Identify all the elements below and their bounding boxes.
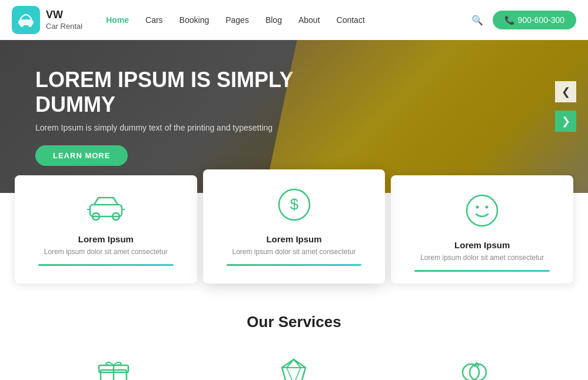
- service-item-1: Services Title 1 Lorem ipsum dolor sit a…: [35, 355, 192, 380]
- nav-links: Home Cars Booking Pages Blog About Conta…: [106, 15, 471, 25]
- card-1-divider: [38, 264, 174, 266]
- svg-point-1: [20, 24, 24, 27]
- dollar-icon: $: [227, 187, 362, 227]
- nav-link-booking[interactable]: Booking: [180, 15, 210, 25]
- search-button[interactable]: 🔍: [471, 15, 483, 26]
- smile-icon: [414, 193, 550, 233]
- card-1-title: Lorem Ipsum: [38, 234, 174, 244]
- services-section: Our Services Services Title 1 Lorem ipsu…: [0, 284, 588, 380]
- svg-line-21: [294, 368, 301, 380]
- nav-item-cars[interactable]: Cars: [145, 15, 163, 25]
- gift-icon: [35, 355, 192, 380]
- hero-next-button[interactable]: ❯: [555, 111, 576, 132]
- svg-line-20: [287, 368, 294, 380]
- rings-icon: [396, 355, 553, 380]
- cards-row: Lorem Ipsum Lorem ipsum dolor sit amet c…: [0, 175, 588, 284]
- card-3-desc: Lorem ipsum dolor sit amet consectetur: [414, 254, 550, 262]
- nav-link-home[interactable]: Home: [106, 15, 129, 25]
- phone-icon: 📞: [504, 15, 514, 25]
- service-item-3: Services Title 3 Lorem ipsum dolor sit a…: [396, 355, 553, 380]
- svg-text:$: $: [290, 195, 298, 213]
- card-2-title: Lorem Ipsum: [227, 234, 362, 244]
- card-2-divider: [227, 264, 362, 266]
- logo-icon: [12, 6, 40, 34]
- svg-point-10: [467, 195, 497, 226]
- services-heading: Our Services: [35, 313, 553, 331]
- nav-link-pages[interactable]: Pages: [225, 15, 249, 25]
- svg-point-12: [486, 206, 489, 209]
- search-icon: 🔍: [471, 15, 483, 25]
- svg-point-2: [28, 24, 32, 27]
- car-icon: [38, 193, 174, 227]
- svg-point-11: [476, 206, 479, 209]
- card-3-title: Lorem Ipsum: [414, 240, 550, 250]
- diamond-icon: [215, 355, 372, 380]
- nav-item-booking[interactable]: Booking: [180, 15, 210, 25]
- card-1: Lorem Ipsum Lorem ipsum dolor sit amet c…: [15, 175, 197, 284]
- chevron-right-icon: ❯: [562, 115, 570, 128]
- navbar: VW Car Rental Home Cars Booking Pages Bl…: [0, 0, 588, 40]
- nav-item-blog[interactable]: Blog: [265, 15, 282, 25]
- svg-marker-16: [282, 359, 305, 380]
- card-2: $ Lorem Ipsum Lorem ipsum dolor sit amet…: [203, 169, 386, 284]
- logo-text: VW Car Rental: [46, 9, 82, 31]
- nav-right: 🔍 📞 900-600-300: [471, 11, 576, 29]
- service-item-2: Services Title 2 Lorem ipsum dolor sit a…: [215, 355, 372, 380]
- logo[interactable]: VW Car Rental: [12, 6, 82, 34]
- nav-item-contact[interactable]: Contact: [337, 15, 365, 25]
- services-grid: Services Title 1 Lorem ipsum dolor sit a…: [35, 355, 553, 380]
- card-3: Lorem Ipsum Lorem ipsum dolor sit amet c…: [391, 175, 573, 284]
- nav-item-home[interactable]: Home: [106, 15, 129, 25]
- nav-link-cars[interactable]: Cars: [145, 15, 163, 25]
- nav-link-blog[interactable]: Blog: [265, 15, 282, 25]
- card-2-desc: Lorem ipsum dolor sit amet consectetur: [227, 248, 362, 256]
- nav-link-contact[interactable]: Contact: [337, 15, 365, 25]
- card-1-desc: Lorem ipsum dolor sit amet consectetur: [38, 248, 174, 256]
- phone-button[interactable]: 📞 900-600-300: [493, 11, 576, 29]
- hero-prev-button[interactable]: ❮: [555, 81, 576, 102]
- card-3-divider: [414, 270, 550, 272]
- chevron-left-icon: ❮: [562, 85, 570, 98]
- nav-item-pages[interactable]: Pages: [225, 15, 249, 25]
- nav-link-about[interactable]: About: [298, 15, 320, 25]
- nav-item-about[interactable]: About: [298, 15, 320, 25]
- svg-rect-3: [90, 205, 122, 216]
- hero-learn-more-button[interactable]: LEARN MORE: [35, 145, 128, 166]
